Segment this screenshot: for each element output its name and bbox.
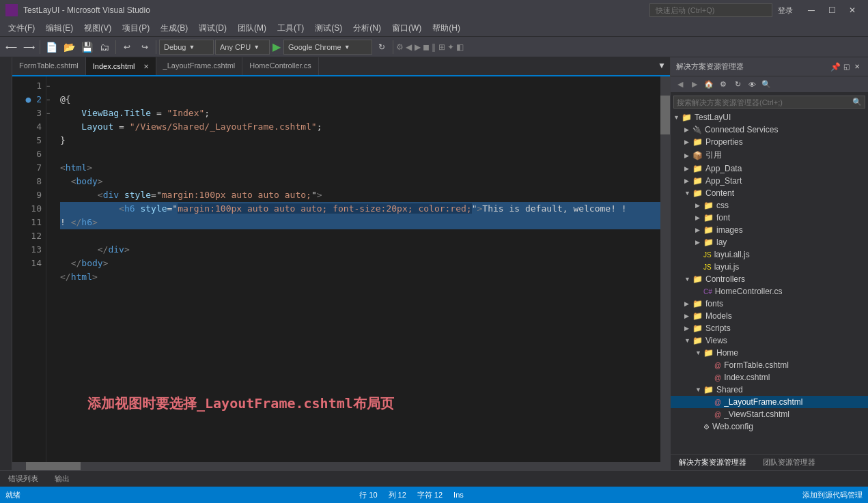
toolbar-save-btn[interactable]: 💾 (79, 39, 95, 55)
tree-item-layoutframe-file[interactable]: @ _LayoutFrame.cshtml (671, 396, 868, 408)
tree-item-appstart[interactable]: ▶ 📁 App_Start (671, 175, 868, 187)
scrollbar-thumb[interactable] (660, 96, 670, 134)
se-home-btn[interactable]: 🏠 (702, 78, 716, 91)
tree-item-scripts[interactable]: ▶ 📁 Scripts (671, 322, 868, 334)
tree-item-index-file[interactable]: @ Index.cshtml (671, 371, 868, 384)
se-refresh-btn[interactable]: ↻ (731, 78, 744, 91)
tree-item-font[interactable]: ▶ 📁 font (671, 212, 868, 224)
tab-close-icon[interactable]: ✕ (143, 63, 149, 70)
tree-item-models[interactable]: ▶ 📁 Models (671, 310, 868, 322)
tab-layoutframe[interactable]: _LayoutFrame.cshtml (156, 57, 243, 75)
menu-help[interactable]: 帮助(H) (427, 21, 466, 35)
tab-overflow-btn[interactable]: ▼ (654, 57, 670, 75)
editor-area: FormTable.cshtml Index.cshtml ✕ _LayoutF… (12, 57, 670, 470)
tree-item-viewstart-file[interactable]: @ _ViewStart.cshtml (671, 408, 868, 420)
se-undock-btn[interactable]: ◱ (841, 61, 852, 72)
menu-tools[interactable]: 工具(T) (272, 21, 309, 35)
login-button[interactable]: 登录 (778, 5, 793, 16)
tree-item-home-folder[interactable]: ▼ 📁 Home (671, 347, 868, 359)
tree-item-properties[interactable]: ▶ 📁 Properties (671, 136, 868, 148)
horizontal-scrollbar[interactable] (12, 462, 670, 470)
menu-view[interactable]: 视图(V) (79, 21, 117, 35)
tab-index[interactable]: Index.cshtml ✕ (86, 57, 156, 75)
tree-item-shared-folder[interactable]: ▼ 📁 Shared (671, 384, 868, 396)
minimize-button[interactable]: ─ (801, 0, 822, 20)
tree-root[interactable]: ▼ 📁 TestLayUI (671, 111, 868, 124)
browser-dropdown[interactable]: Google Chrome ▼ (283, 40, 372, 55)
output-tab[interactable]: 输出 (52, 472, 72, 485)
menu-file[interactable]: 文件(F) (3, 21, 40, 35)
source-control-btn[interactable]: 添加到源代码管理 (802, 490, 863, 500)
h-scrollbar-thumb[interactable] (26, 462, 81, 470)
se-forward-btn[interactable]: ▶ (688, 78, 701, 91)
menu-bar: 文件(F) 编辑(E) 视图(V) 项目(P) 生成(B) 调试(D) 团队(M… (0, 20, 868, 37)
code-content[interactable]: @{ ViewBag.Title = "Index"; Layout = "/V… (55, 76, 660, 462)
tree-item-css[interactable]: ▶ 📁 css (671, 199, 868, 212)
code-view: 1 ● 2 3 4 5 6 7 8 9 10 11 12 13 14 − (12, 76, 670, 462)
tree-item-homecontroller[interactable]: C# HomeController.cs (671, 285, 868, 298)
menu-test[interactable]: 测试(S) (309, 21, 348, 35)
tree-item-fonts[interactable]: ▶ 📁 fonts (671, 298, 868, 310)
se-back-btn[interactable]: ◀ (673, 78, 687, 91)
debug-config-dropdown[interactable]: Debug ▼ (159, 40, 214, 55)
tree-item-images[interactable]: ▶ 📁 images (671, 224, 868, 236)
menu-project[interactable]: 项目(P) (117, 21, 155, 35)
tree-item-formtable-file[interactable]: @ FormTable.cshtml (671, 359, 868, 371)
tree-item-lay[interactable]: ▶ 📁 lay (671, 236, 868, 248)
se-header: 解决方案资源管理器 📌 ◱ ✕ (671, 57, 868, 76)
toolbar-refresh-btn[interactable]: ↻ (374, 39, 390, 55)
se-close-btn[interactable]: ✕ (852, 61, 863, 72)
chevron-down-icon3: ▼ (344, 44, 350, 51)
vs-logo (5, 4, 18, 16)
tree-item-layuiall[interactable]: JS layui.all.js (671, 248, 868, 261)
tab-formtable[interactable]: FormTable.cshtml (12, 57, 86, 75)
se-pin-btn[interactable]: 📌 (830, 61, 841, 72)
error-list-tab[interactable]: 错误列表 (5, 472, 41, 485)
tree-item-connected-services[interactable]: ▶ 🔌 Connected Services (671, 124, 868, 136)
tab-homecontroller[interactable]: HomeController.cs (242, 57, 318, 75)
toolbar-saveall-btn[interactable]: 🗂 (96, 39, 113, 55)
toolbar-redo-btn[interactable]: ↪ (137, 39, 153, 55)
se-showall-btn[interactable]: 👁 (745, 78, 759, 91)
solution-explorer: 解决方案资源管理器 📌 ◱ ✕ ◀ ▶ 🏠 ⚙ ↻ 👁 🔍 🔍 (670, 57, 868, 470)
tree-item-controllers[interactable]: ▼ 📁 Controllers (671, 273, 868, 285)
se-settings-btn[interactable]: ⚙ (716, 78, 730, 91)
tree-item-views[interactable]: ▼ 📁 Views (671, 334, 868, 347)
menu-team[interactable]: 团队(M) (232, 21, 272, 35)
close-button[interactable]: ✕ (842, 0, 863, 20)
tree-item-content[interactable]: ▼ 📁 Content (671, 187, 868, 199)
menu-debug[interactable]: 调试(D) (193, 21, 232, 35)
sep1 (40, 40, 40, 54)
left-gutter (0, 57, 12, 470)
app-title: TestLayUI - Microsoft Visual Studio (23, 5, 649, 15)
tree-item-webconfig[interactable]: ⚙ Web.config (671, 420, 868, 433)
restore-button[interactable]: ☐ (822, 0, 842, 20)
run-button[interactable]: ▶ (272, 40, 281, 53)
toolbar-open-btn[interactable]: 📂 (61, 39, 77, 55)
tree-item-layui[interactable]: JS layui.js (671, 261, 868, 273)
se-tab-team[interactable]: 团队资源管理器 (760, 456, 818, 469)
tab-bar: FormTable.cshtml Index.cshtml ✕ _LayoutF… (12, 57, 670, 76)
menu-analyze[interactable]: 分析(N) (348, 21, 387, 35)
menu-edit[interactable]: 编辑(E) (40, 21, 79, 35)
se-search-input[interactable] (677, 98, 852, 106)
toolbar-more-btns: ⚙ ◀ ▶ ◼ ‖ ⊞ ✦ ◧ (396, 42, 464, 52)
status-bar: 就绪 行 10 列 12 字符 12 Ins 添加到源代码管理 (0, 487, 868, 503)
toolbar-back-btn[interactable]: ⟵ (3, 39, 19, 55)
status-char: 字符 12 (417, 490, 443, 500)
cpu-dropdown[interactable]: Any CPU ▼ (215, 40, 270, 55)
tree-item-appdata[interactable]: ▶ 📁 App_Data (671, 162, 868, 175)
toolbar-forward-btn[interactable]: ⟶ (20, 39, 37, 55)
se-tab-solution[interactable]: 解决方案资源管理器 (676, 456, 749, 469)
quick-launch-input[interactable] (649, 3, 772, 17)
tree-item-refs[interactable]: ▶ 📦 引用 (671, 148, 868, 162)
se-filter-btn[interactable]: 🔍 (759, 78, 773, 91)
toolbar: ⟵ ⟶ 📄 📂 💾 🗂 ↩ ↪ Debug ▼ Any CPU ▼ ▶ Goog… (0, 37, 868, 57)
toolbar-undo-btn[interactable]: ↩ (119, 39, 135, 55)
annotation-text: 添加视图时要选择_LayoutFrame.cshtml布局页 (87, 393, 660, 416)
toolbar-new-btn[interactable]: 📄 (43, 39, 59, 55)
menu-window[interactable]: 窗口(W) (387, 21, 427, 35)
menu-build[interactable]: 生成(B) (155, 21, 193, 35)
vertical-scrollbar[interactable] (660, 76, 670, 462)
collapse-gutter: − − − (46, 76, 55, 462)
